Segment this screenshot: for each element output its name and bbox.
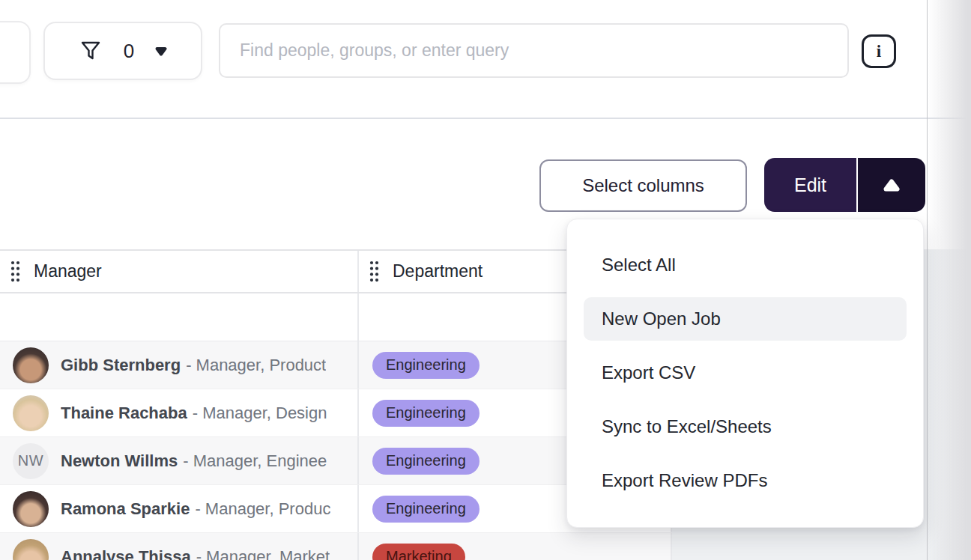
manager-cell: Ramona Sparkie- Manager, Produc xyxy=(0,485,359,532)
avatar xyxy=(13,347,49,383)
department-badge: Marketing xyxy=(372,544,465,560)
person-role: - Manager, Enginee xyxy=(183,451,327,470)
right-edge-gradient xyxy=(927,0,971,560)
person-role: - Manager, Market xyxy=(196,547,330,560)
search-field xyxy=(219,23,849,78)
info-button[interactable]: i xyxy=(862,34,896,68)
person-role: - Manager, Design xyxy=(193,404,327,422)
avatar xyxy=(13,539,49,560)
column-header-manager[interactable]: Manager xyxy=(0,251,359,292)
avatar xyxy=(13,491,49,527)
person-name[interactable]: Annalyse Thissa xyxy=(61,547,191,560)
manager-cell: Thaine Rachaba- Manager, Design xyxy=(0,389,359,436)
person-name[interactable]: Ramona Sparkie xyxy=(61,499,190,518)
select-columns-button[interactable]: Select columns xyxy=(539,159,747,212)
funnel-icon xyxy=(79,39,103,63)
avatar xyxy=(13,395,49,431)
edit-split-button: Edit xyxy=(764,158,925,212)
manager-cell: Gibb Sternberg- Manager, Product xyxy=(0,341,359,389)
caret-up-icon xyxy=(883,179,900,192)
department-badge: Engineering xyxy=(372,496,480,523)
menu-item-sync-excel-sheets[interactable]: Sync to Excel/Sheets xyxy=(584,405,907,448)
avatar-initials: NW xyxy=(13,443,49,479)
menu-item-select-all[interactable]: Select All xyxy=(584,243,907,287)
person-name[interactable]: Gibb Sternberg xyxy=(61,356,181,374)
info-icon: i xyxy=(877,42,881,61)
filter-button[interactable]: 0 xyxy=(43,22,202,80)
column-header-label: Department xyxy=(393,261,483,281)
drag-handle-icon[interactable] xyxy=(10,260,20,283)
menu-item-export-review-pdfs[interactable]: Export Review PDFs xyxy=(584,459,907,502)
person-name[interactable]: Newton Willms xyxy=(61,451,178,470)
menu-item-export-csv[interactable]: Export CSV xyxy=(584,351,907,395)
person-role: - Manager, Product xyxy=(186,356,326,374)
department-badge: Engineering xyxy=(372,400,480,427)
drag-handle-icon[interactable] xyxy=(369,260,379,283)
department-badge: Engineering xyxy=(372,352,480,379)
manager-cell: Annalyse Thissa- Manager, Market xyxy=(0,533,359,560)
search-input[interactable] xyxy=(220,25,847,76)
edit-caret-button[interactable] xyxy=(858,158,925,212)
department-badge: Engineering xyxy=(372,448,480,475)
filter-count: 0 xyxy=(124,40,134,63)
partial-left-button[interactable] xyxy=(0,21,31,84)
filter-cell-manager[interactable] xyxy=(0,293,359,341)
menu-item-new-open-job[interactable]: New Open Job xyxy=(584,297,907,341)
caret-down-icon xyxy=(155,46,167,56)
edit-dropdown-menu: Select All New Open Job Export CSV Sync … xyxy=(566,219,924,528)
column-header-label: Manager xyxy=(34,261,102,281)
manager-cell: NW Newton Willms- Manager, Enginee xyxy=(0,437,359,484)
toolbar-divider xyxy=(0,118,971,119)
person-role: - Manager, Produc xyxy=(195,499,330,518)
edit-button[interactable]: Edit xyxy=(764,158,856,212)
table-row[interactable]: Annalyse Thissa- Manager, Market Marketi… xyxy=(0,533,672,560)
person-name[interactable]: Thaine Rachaba xyxy=(61,404,187,422)
department-cell: Marketing xyxy=(359,533,672,560)
